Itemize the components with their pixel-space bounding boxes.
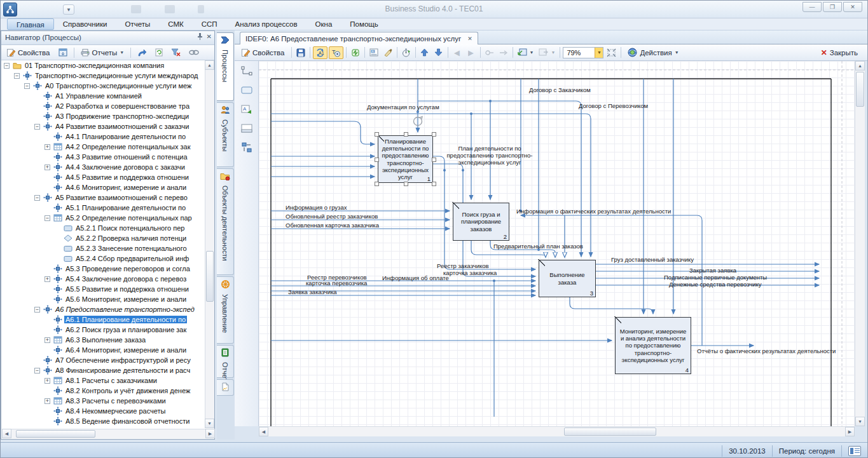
tree-expander-icon[interactable]: −: [34, 124, 40, 130]
tree-item[interactable]: +А6.3 Выполнение заказа: [2, 335, 205, 345]
diagram-horizontal-scrollbar[interactable]: ◀ ▶: [259, 426, 855, 436]
selection-handle[interactable]: [375, 132, 379, 137]
menu-item-7[interactable]: Окна: [307, 18, 341, 30]
save-button[interactable]: [294, 46, 307, 59]
arrow-label[interactable]: Информация об оплате: [382, 275, 449, 282]
nav-link-button[interactable]: [186, 49, 202, 56]
tree-expander-icon[interactable]: −: [34, 368, 40, 374]
tree-item[interactable]: +А4.4 Заключение договора с заказчи: [2, 162, 205, 172]
tree-expander-icon[interactable]: −: [14, 73, 20, 79]
tree-item[interactable]: А6.1 Планирование деятельности по: [2, 314, 205, 325]
auto-name-button[interactable]: T: [329, 46, 343, 59]
restore-button[interactable]: ❐: [823, 2, 842, 12]
tree-item[interactable]: А1 Управление компанией: [2, 91, 205, 101]
arrow-label[interactable]: Информация о грузах: [286, 205, 347, 212]
tree-hscroll-thumb[interactable]: [16, 430, 95, 438]
tree-item[interactable]: А4.1 Планирование деятельности по: [2, 131, 205, 142]
connector-tool-button[interactable]: [238, 64, 255, 79]
child-diagram-button[interactable]: [497, 46, 510, 59]
tree-item[interactable]: А6.4 Мониторинг, измерение и анали: [2, 345, 205, 355]
tree-expander-icon[interactable]: +: [45, 276, 50, 282]
tree-item[interactable]: +А4.2 Определение потенциальных зак: [2, 142, 205, 152]
scroll-up-icon[interactable]: ▲: [855, 61, 865, 71]
selection-handle[interactable]: [404, 132, 408, 137]
menu-item-6[interactable]: Анализ процессов: [226, 18, 307, 30]
idef0-block-1[interactable]: Планирование деятельности по предоставле…: [378, 135, 433, 183]
selection-handle[interactable]: [375, 182, 379, 186]
move-down-button[interactable]: [432, 46, 445, 59]
actions-button[interactable]: Действия ▼: [624, 46, 682, 59]
tree-item[interactable]: А5.2.2 Проверка наличия потенци: [2, 233, 205, 243]
nav-window-button[interactable]: [55, 48, 71, 57]
diagram-vscroll-thumb[interactable]: [856, 72, 864, 107]
tree-item[interactable]: А4.5 Развитие и поддержка отношени: [2, 172, 205, 182]
tree-item[interactable]: −А0 Транспортно-экспедиционные услуги ме…: [2, 81, 205, 91]
idef0-block-4[interactable]: Мониторинг, измерение и анализ деятельно…: [615, 317, 691, 374]
zoom-caret-icon[interactable]: ▼: [595, 48, 603, 58]
tree-item[interactable]: −Транспортно-экспедиционные услуги между…: [2, 71, 205, 81]
frame-tool-button[interactable]: [238, 121, 255, 136]
close-panel-icon[interactable]: ✕: [207, 33, 212, 41]
tree-item[interactable]: А2 Разработка и совершенствование тра: [2, 101, 205, 111]
diagram-properties-button[interactable]: Свойства: [238, 46, 289, 59]
minimize-button[interactable]: —: [803, 2, 822, 12]
nav-properties-button[interactable]: Свойства: [4, 48, 53, 57]
tree-item[interactable]: А5.2.3 Занесение потенциального: [2, 243, 205, 253]
tree-item[interactable]: А8.2 Контроль и учёт движения денеж: [2, 386, 205, 396]
menu-item-4[interactable]: СМК: [159, 18, 192, 30]
arrow-label[interactable]: Отчёты о фактических результатах деятель…: [697, 348, 836, 355]
arrow-label[interactable]: Обновленный реестр заказчиков: [286, 213, 378, 220]
tree-item[interactable]: А5.1 Планирование деятельности по: [2, 203, 205, 213]
zoom-select[interactable]: 79% ▼: [563, 47, 603, 58]
history-forward-button[interactable]: ▶: [465, 46, 478, 59]
arrow-label[interactable]: карточка заказчика: [443, 270, 497, 277]
export-diagram-button[interactable]: ▼: [537, 46, 557, 59]
arrow-label[interactable]: Договор с Заказчиком: [529, 87, 591, 94]
menu-item-3[interactable]: Отчеты: [116, 18, 159, 30]
text-block-button[interactable]: A: [368, 46, 380, 59]
arrow-label[interactable]: Груз доставленный заказчику: [611, 257, 694, 264]
tree-item[interactable]: +А8.1 Расчеты с заказчиками: [2, 375, 205, 386]
selection-handle[interactable]: [432, 158, 436, 162]
diagram-hscroll-thumb[interactable]: [564, 428, 656, 436]
menu-item-1[interactable]: Главная: [7, 18, 54, 30]
diagram-tab[interactable]: IDEF0: А6 Предоставление транспортно-экс…: [240, 32, 478, 44]
tree-item[interactable]: А5.3 Проведение переговоров и согла: [2, 264, 205, 274]
tree-expander-icon[interactable]: −: [34, 195, 40, 201]
tab-close-icon[interactable]: ✕: [467, 36, 472, 42]
tree-item[interactable]: −А8 Финансирование деятельности и расч: [2, 365, 205, 375]
arrow-label[interactable]: Информация о фактических результатах дея…: [516, 208, 671, 215]
scroll-down-icon[interactable]: ▼: [205, 419, 214, 428]
nav-filter-button[interactable]: [168, 48, 184, 57]
tree-item[interactable]: А8.4 Некоммерческие расчеты: [2, 406, 205, 416]
arrow-label[interactable]: карточка перевозчика: [306, 280, 367, 287]
side-tab-отчеты[interactable]: Отчеты: [217, 345, 234, 378]
close-window-button[interactable]: ✕: [843, 2, 862, 12]
idef0-block-3[interactable]: Выполнение заказа3: [539, 260, 596, 297]
align-tool-button[interactable]: [238, 140, 255, 155]
scroll-left-icon[interactable]: ◀: [2, 429, 11, 438]
tree-expander-icon[interactable]: −: [24, 83, 30, 89]
tree-vertical-scrollbar[interactable]: ▲ ▼: [205, 60, 214, 428]
selection-handle[interactable]: [432, 182, 436, 186]
tree-item[interactable]: −А4 Развитие взаимоотношений с заказчи: [2, 121, 205, 131]
side-tab-субъекты[interactable]: Субъекты: [217, 102, 234, 167]
timer-button[interactable]: [400, 46, 413, 59]
goto-diagram-button[interactable]: ▼: [516, 46, 536, 59]
tree-expander-icon[interactable]: +: [45, 337, 50, 343]
close-diagram-button[interactable]: ✕ Закрыть: [817, 46, 862, 59]
tree-item[interactable]: А5.5 Развитие и поддержка отношени: [2, 284, 205, 294]
side-tab-extra[interactable]: [217, 379, 234, 396]
arrow-label[interactable]: Договор с Перевозчиком: [579, 103, 648, 110]
tree-expander-icon[interactable]: +: [45, 144, 50, 150]
nav-refresh-button[interactable]: [152, 48, 166, 57]
tree-item[interactable]: А7 Обеспечение инфраструктурой и ресу: [2, 355, 205, 365]
tree-horizontal-scrollbar[interactable]: ◀ ▶: [2, 429, 215, 438]
text-tool-button[interactable]: A: [238, 102, 255, 117]
scroll-left-icon[interactable]: ◀: [259, 427, 268, 436]
tree-expander-icon[interactable]: −: [4, 63, 10, 69]
tree-item[interactable]: А3 Продвижение транспортно-экспедици: [2, 111, 205, 121]
selection-handle[interactable]: [404, 182, 408, 186]
arrow-label[interactable]: Документация по услугам: [367, 104, 439, 111]
tree-item[interactable]: +А8.3 Расчеты с перевозчиками: [2, 396, 205, 406]
